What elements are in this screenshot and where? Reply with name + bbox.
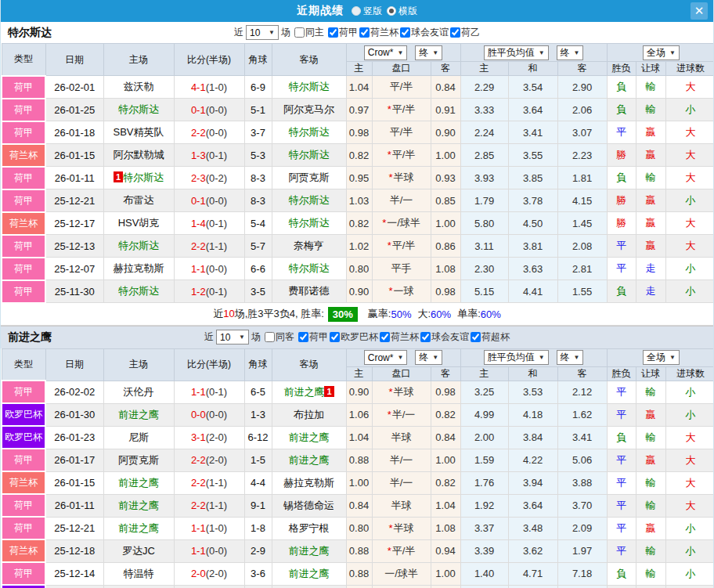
league-checkbox-label[interactable]: 荷兰杯: [358, 26, 398, 39]
league-badge: 荷甲: [2, 168, 45, 189]
home-team-name: 前进之鹰: [118, 477, 159, 489]
away-odds-cell: 0.91: [431, 99, 460, 121]
same-venue-checkbox-label[interactable]: 同客: [263, 330, 294, 344]
league-checkbox-label[interactable]: 球会友谊: [419, 330, 469, 344]
avg-home-cell: 2.24: [460, 121, 508, 144]
layout-radio-group: 竖版 横版: [347, 5, 417, 18]
league-checkbox[interactable]: [328, 27, 338, 38]
match-row: 荷甲26-01-18SBV精英队2-2(0-0)3-7特尔斯达0.98平/半0.…: [2, 121, 714, 144]
avg-time-select[interactable]: 终▼: [557, 350, 584, 365]
handicap-text: 半/一: [390, 194, 413, 206]
league-checkbox-label[interactable]: 荷甲: [326, 26, 358, 39]
odds-company-select[interactable]: Crow*▼: [364, 350, 408, 365]
same-venue-checkbox[interactable]: [294, 27, 305, 38]
league-cell: 荷甲: [2, 258, 45, 280]
date-cell: 26-01-17: [45, 449, 103, 471]
away-team-cell: 前进之鹰: [272, 449, 346, 471]
wdl-result-cell: 勝: [607, 144, 636, 167]
match-row: 荷甲25-11-30特尔斯达1-2(0-1)3-5费耶诺德0.90*一球0.98…: [2, 280, 714, 303]
handicap-result-cell: 輸: [636, 167, 665, 189]
match-row: 荷甲26-01-11前进之鹰2-2(1-1)9-1锡塔德命运0.84半球1.04…: [2, 494, 714, 517]
match-row: 荷甲26-01-25特尔斯达0-1(0-0)5-1阿尔克马尔0.97*平/半0.…: [2, 99, 714, 121]
wdl-result-cell: 負: [607, 76, 636, 99]
avg-home-cell: 4.99: [460, 403, 508, 426]
league-checkbox-label[interactable]: 荷超杯: [469, 330, 510, 344]
handicap-cell: 两球: [372, 585, 431, 588]
scope-select[interactable]: 全场▼: [643, 350, 680, 365]
league-badge: 荷甲: [2, 258, 45, 280]
avg-odds-select[interactable]: 胜平负均值▼: [484, 350, 549, 365]
close-icon[interactable]: ✕: [691, 2, 708, 20]
league-checkbox[interactable]: [450, 27, 460, 38]
halftime-score: (0-0): [206, 545, 227, 557]
league-checkbox[interactable]: [400, 27, 410, 38]
corners-cell: 9-1: [244, 494, 272, 517]
league-checkbox-label[interactable]: 荷甲: [297, 330, 328, 344]
goals-result-cell: 大: [665, 235, 714, 258]
match-count-select[interactable]: 10▼: [216, 330, 249, 345]
col-result-handicap: 让球: [636, 62, 665, 76]
odds-company-select[interactable]: Crow*▼: [364, 45, 408, 60]
vertical-layout-label[interactable]: 竖版: [363, 5, 382, 18]
away-team-name: 阿贾克斯: [289, 171, 330, 183]
home-team-cell: 前进之鹰: [103, 403, 174, 426]
odds-time-select[interactable]: 终▼: [415, 350, 442, 365]
col-date: 日期: [45, 44, 103, 76]
fulltime-score: 2-2: [191, 500, 206, 511]
avg-away-cell: 3.88: [557, 471, 607, 494]
avg-away-cell: 2.23: [557, 144, 607, 167]
home-team-cell: 尼斯: [103, 426, 174, 449]
league-badge: 荷甲: [2, 99, 45, 121]
fulltime-score: 2-2: [191, 127, 206, 139]
win-rate-badge: 30%: [328, 307, 358, 322]
same-venue-checkbox[interactable]: [265, 332, 275, 342]
league-checkbox-label[interactable]: 荷兰杯: [378, 330, 419, 344]
handicap-result-cell: 贏: [636, 517, 665, 539]
col-result-goals: 进球数: [665, 366, 714, 381]
home-odds-cell: 0.95: [346, 167, 372, 189]
away-team-name: 前进之鹰: [289, 568, 330, 579]
handicap-cell: *半球: [372, 517, 431, 539]
league-checkbox-label[interactable]: 球会友谊: [398, 26, 449, 39]
odds-time-select[interactable]: 终▼: [415, 45, 442, 60]
match-row: 荷兰杯26-01-15前进之鹰2-2(1-1)4-4赫拉克勒斯1.00半/一0.…: [2, 471, 714, 494]
handicap-text: 平/半: [392, 149, 416, 161]
league-checkbox-label[interactable]: 欧罗巴杯: [328, 330, 378, 344]
scope-select[interactable]: 全场▼: [643, 45, 680, 60]
match-count-select[interactable]: 10▼: [246, 25, 279, 40]
score-cell: 1-1(0-0): [174, 258, 244, 280]
league-badge: 荷甲: [2, 495, 45, 516]
league-checkbox[interactable]: [471, 332, 481, 342]
league-badge: 荷甲: [2, 236, 45, 257]
avg-time-select[interactable]: 终▼: [557, 45, 584, 60]
league-checkbox[interactable]: [359, 27, 370, 38]
avg-away-cell: 11.92: [557, 585, 607, 588]
league-checkbox[interactable]: [330, 332, 340, 342]
wdl-result-cell: 負: [607, 426, 636, 449]
vertical-layout-radio[interactable]: [352, 6, 361, 16]
league-checkbox[interactable]: [420, 332, 431, 342]
league-badge: 欧罗巴杯: [2, 427, 45, 448]
away-team-cell: 特尔斯达: [272, 121, 346, 144]
corners-cell: 3-7: [244, 121, 272, 144]
avg-odds-select[interactable]: 胜平负均值▼: [484, 45, 549, 60]
away-team-name: 布拉加: [294, 409, 324, 420]
corners-cell: 8-3: [244, 167, 272, 189]
chevron-down-icon: ▼: [539, 354, 545, 361]
league-checkbox-label[interactable]: 荷乙: [449, 26, 480, 39]
avg-draw-cell: 3.64: [508, 99, 557, 121]
horizontal-layout-label[interactable]: 横版: [398, 5, 417, 18]
goals-result-cell: 大: [665, 212, 714, 235]
handicap-result-cell: 贏: [636, 121, 665, 144]
date-cell: 25-11-30: [45, 280, 103, 303]
league-checkbox[interactable]: [380, 332, 390, 342]
home-odds-cell: 0.90: [346, 381, 372, 403]
league-checkbox[interactable]: [298, 332, 308, 342]
date-cell: 26-01-11: [45, 167, 103, 189]
horizontal-layout-radio[interactable]: [387, 6, 396, 16]
same-venue-checkbox-label[interactable]: 同主: [293, 26, 324, 39]
fulltime-score: 2-2: [191, 454, 206, 466]
halftime-score: (1-1): [206, 500, 227, 511]
col-odds-away: 客: [431, 366, 460, 381]
away-team-cell: 布拉加: [272, 403, 346, 426]
